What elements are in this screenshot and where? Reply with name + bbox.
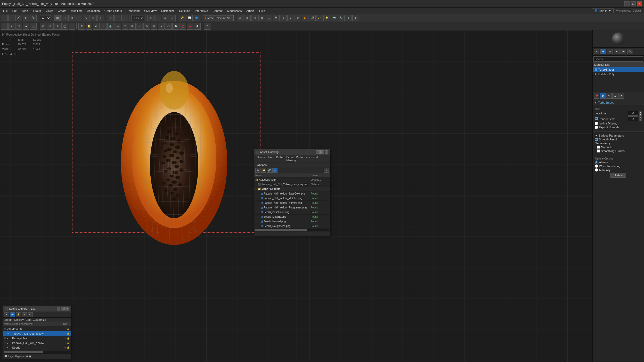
extra-tb2[interactable]: ♦ [158,23,165,30]
se-close-btn[interactable]: ✕ [66,307,69,310]
at-item-metallic[interactable]: 🖼 Papaya_Half_Yellow_Metallic.png Found [254,196,330,201]
se-lock-btn[interactable]: 🔒 [16,312,21,317]
sub-obj-vertex[interactable]: · [1,23,8,30]
detach-btn[interactable]: ✂ [115,23,121,30]
mod-pin-btn[interactable]: 📌 [594,93,599,99]
menu-arnold[interactable]: Arnold [244,9,257,13]
quick-align-button[interactable]: ⊠ [258,15,265,21]
at-menu-options[interactable]: Options [256,163,268,167]
menu-views[interactable]: Views [44,9,55,13]
ts-when-rendering-radio[interactable] [595,164,598,168]
at-item-normal[interactable]: 🖼 Papaya_Half_Yellow_Normal.png Found [254,201,330,205]
array-button[interactable]: ⊟ [251,15,258,21]
ts-iterations-up[interactable]: ▲ [639,111,642,113]
extra-tb6[interactable]: 🔺 [187,23,193,30]
ts-isoline-checkbox[interactable] [595,122,598,125]
ts-smooth-result-checkbox[interactable] [595,138,598,141]
se-add-btn[interactable]: + [22,312,27,317]
mod-move-dn-btn[interactable]: ▼ [618,93,624,99]
bridge-btn[interactable]: ⊞ [129,23,136,30]
rp-utilities-btn[interactable]: 🔧 [627,49,633,54]
ts-iterations-input[interactable] [628,111,638,116]
scene-explorer-button[interactable]: 🔍 [273,15,280,21]
layer-dropdown[interactable]: All [40,15,51,21]
maximize-button[interactable]: □ [631,1,636,6]
rotate-button[interactable]: ↻ [83,15,89,21]
se-hide-btn[interactable]: 👁 [10,312,15,317]
at-tb-btn2[interactable]: 📁 [261,168,266,173]
link-button[interactable]: 🔗 [15,15,22,21]
sub-obj-element[interactable]: ⬛ [30,23,37,30]
se-menu-display[interactable]: Display [14,318,24,321]
menu-customize[interactable]: Customize [159,9,177,13]
at-item-seeds-roughness[interactable]: 🖼 Seeds_Roughness.png Found [254,224,330,229]
mod-delete-btn[interactable]: ✕ [606,93,612,99]
ribbon-button[interactable]: ≡ [280,15,287,21]
sub-obj-border[interactable]: □ [15,23,22,30]
spinner-snap-button[interactable]: ⊿ [169,15,176,21]
light-button[interactable]: 💡 [323,15,330,21]
menu-civil-view[interactable]: Civil View [142,9,158,13]
redo-button[interactable]: ↪ [8,15,15,21]
se-delete-btn[interactable]: ✕ [4,312,9,317]
grow-sel[interactable]: ⊕ [54,23,61,30]
menu-interactive[interactable]: Interactive [193,9,210,13]
at-item-seeds-basecolor[interactable]: 🖼 Seeds_BaseColor.png Found [254,210,330,215]
at-tb-btn4[interactable]: ≡ [272,168,278,173]
extra-btn3[interactable]: ♦ [352,15,359,21]
ts-render-iters-input[interactable] [628,116,638,121]
menu-file[interactable]: File [1,9,10,13]
mirror-button[interactable]: ⇔ [114,15,121,21]
relax-btn[interactable]: ⤢ [100,23,107,30]
schematic-button[interactable]: 🔷 [193,15,200,21]
at-item-roughness[interactable]: 🖼 Papaya_Half_Yellow_Roughness.png Found [254,205,330,210]
se-extra-btn[interactable]: ⊕ [28,312,33,317]
align-button[interactable]: ⌶ [121,15,128,21]
menu-rendering[interactable]: Rendering [125,9,142,13]
modifier-search-input[interactable] [593,56,643,62]
placement-button[interactable]: ⊹ [97,15,104,21]
ts-always-radio[interactable] [595,161,598,164]
preview-btn[interactable]: 👁 [78,23,85,30]
paint-btn[interactable]: 🖌 [93,23,100,30]
ts-render-iters-up[interactable]: ▲ [639,116,642,119]
at-menu-bitmap[interactable]: Bitmap Performance and Memory [285,155,328,162]
rp-motion-btn[interactable]: ▶ [614,49,619,54]
se-item-papaya-group[interactable]: 👁 ▼ Papaya_Half_Cut_Yellow ✦ 🔒 [3,331,71,336]
menu-scripting[interactable]: Scripting [177,9,192,13]
ts-iterations-dn[interactable]: ▼ [639,113,642,116]
render-setup-button[interactable]: ⚙ [295,15,301,21]
extra-btn2[interactable]: ⊕ [345,15,352,21]
se-item-default-layer[interactable]: 👁 ✓ 0 (default) ✦ 🔒 [3,327,71,331]
se-item-papaya-half-cut[interactable]: 👁 ■ Papaya_Half_Cut_Yellow ✦ 🔒 [3,341,71,345]
at-item-vault[interactable]: 🔐 Autodesk Vault Logged... [254,178,330,182]
se-menu-customize[interactable]: Customize [33,318,46,321]
effect-button[interactable]: ✨ [316,15,323,21]
at-tb-btn1[interactable]: ⚙ [255,168,260,173]
menu-animation[interactable]: Animation [85,9,102,13]
menu-content[interactable]: Content [210,9,225,13]
select-move-button[interactable]: ✛ [76,15,82,21]
at-item-seeds-normal[interactable]: 🖼 Seeds_Normal.png Found [254,219,330,224]
loop-sel[interactable]: ↕ [69,23,75,30]
ts-render-iters-dn[interactable]: ▼ [639,119,642,121]
sub-obj-poly[interactable]: ■ [23,23,29,30]
menu-modifiers[interactable]: Modifiers [69,9,85,13]
select-region-button[interactable]: ⬚ [61,15,68,21]
se-menu-edit[interactable]: Edit [26,318,31,321]
ts-render-iters-checkbox[interactable] [595,117,598,120]
ts-explicit-normals-checkbox[interactable] [595,126,598,129]
extra-tb7[interactable]: ⬟ [194,23,201,30]
layer-manager-button[interactable]: ☰ [266,15,272,21]
at-tb-btn3[interactable]: 🔗 [267,168,272,173]
menu-help[interactable]: Help [257,9,267,13]
unlink-button[interactable]: ⛓ [23,15,29,21]
menu-create[interactable]: Create [56,9,68,13]
mirror2-button[interactable]: ⊞ [244,15,251,21]
window-crossing-button[interactable]: ⊞ [68,15,75,21]
menu-megascans[interactable]: Megascans [225,9,244,13]
viewport[interactable]: [+] [Perspective] [User Defined] [Edged … [0,30,592,362]
se-maximize-btn[interactable]: □ [61,307,65,310]
minimize-button[interactable]: ─ [624,1,630,6]
at-item-max-file[interactable]: ⬛ Papaya_Half_Cut_Yellow_max_vray.max Ne… [254,182,330,187]
